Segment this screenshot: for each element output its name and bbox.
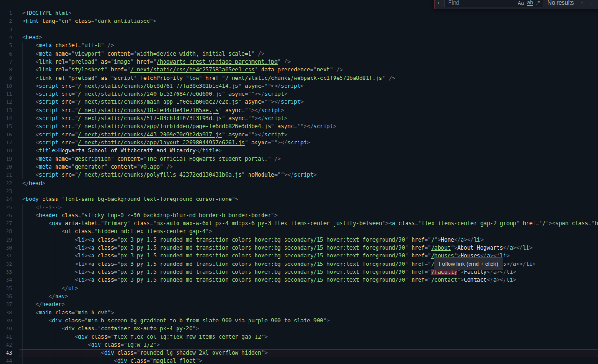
code-line[interactable]: 29<li><a class="px-3 py-1.5 rounded-md t…: [0, 236, 598, 244]
code-line-content[interactable]: <html lang="en" class="dark antialiased"…: [19, 17, 598, 25]
code-line[interactable]: 18<title>Hogwarts School of Witchcraft a…: [0, 147, 598, 155]
code-line-content[interactable]: <link rel="stylesheet" href="/_next/stat…: [19, 66, 598, 74]
code-line[interactable]: 39<div class="min-h-screen bg-gradient-t…: [0, 317, 598, 325]
code-line[interactable]: 38<main class="min-h-dvh">: [0, 309, 598, 317]
code-line[interactable]: 22</head>: [0, 179, 598, 187]
code-line[interactable]: 15<script src="/_next/static/chunks/app/…: [0, 122, 598, 130]
code-line-content[interactable]: <header class="sticky top-0 z-50 backdro…: [19, 212, 598, 220]
code-line[interactable]: 17<script src="/_next/static/chunks/app/…: [0, 139, 598, 147]
code-line-content[interactable]: <script src="/_next/static/chunks/app/fo…: [19, 122, 598, 130]
code-line[interactable]: 3: [0, 26, 598, 34]
code-line[interactable]: 41<div class="flex flex-col lg:flex-row …: [0, 333, 598, 341]
code-line[interactable]: 24<body class="font-sans bg-background t…: [0, 195, 598, 203]
code-line-content[interactable]: <li><a class="px-3 py-1.5 rounded-md tra…: [19, 268, 598, 276]
code-line-content[interactable]: <li><a class="px-3 py-1.5 rounded-md tra…: [19, 236, 598, 244]
code-line[interactable]: 33<li><a class="px-3 py-1.5 rounded-md t…: [0, 268, 598, 276]
code-line-content[interactable]: <script src="/_next/static/chunks/main-a…: [19, 98, 598, 106]
token-p: =": [78, 42, 85, 49]
code-line-content[interactable]: <meta charSet="utf-8" />: [19, 42, 598, 50]
code-line[interactable]: 7<link rel="preload" as="image" href="/h…: [0, 58, 598, 66]
code-line-content[interactable]: <meta name="viewport" content="width=dev…: [19, 50, 598, 58]
find-next-button[interactable]: ↓: [590, 0, 593, 6]
code-line-content[interactable]: <link rel="preload" as="image" href="/ho…: [19, 58, 598, 66]
code-line[interactable]: 21<script src="/_next/static/chunks/poly…: [0, 171, 598, 179]
code-line-content[interactable]: <script src="/_next/static/chunks/517-83…: [19, 114, 598, 122]
find-widget-sash[interactable]: [434, 0, 435, 9]
code-line[interactable]: 32<li><a class="px-3 py-1.5 rounded-md t…: [0, 260, 598, 268]
code-line-content[interactable]: [19, 26, 598, 34]
code-line[interactable]: 5<meta charSet="utf-8" />: [0, 42, 598, 50]
code-line-content[interactable]: <script src="/_next/static/chunks/18-fed…: [19, 107, 598, 114]
code-line-content[interactable]: <div class="magical-float">: [19, 357, 598, 364]
code-line-content[interactable]: <ul class="hidden md:flex items-center g…: [19, 228, 598, 236]
code-line-content[interactable]: <title>Hogwarts School of Witchcraft and…: [19, 147, 598, 155]
code-line[interactable]: 11<script src="/_next/static/chunks/240-…: [0, 90, 598, 98]
code-line-content[interactable]: [19, 187, 598, 195]
code-line-content[interactable]: <meta name="description" content="The of…: [19, 155, 598, 163]
code-line[interactable]: 35</ul>: [0, 285, 598, 293]
code-line-content[interactable]: </nav>: [19, 293, 598, 300]
code-line[interactable]: 26<header class="sticky top-0 z-50 backd…: [0, 212, 598, 220]
code-line[interactable]: 16<script src="/_next/static/chunks/443-…: [0, 131, 598, 139]
code-line-content[interactable]: <div class="min-h-screen bg-gradient-to-…: [19, 317, 598, 325]
find-previous-button[interactable]: ↑: [580, 0, 584, 6]
code-line[interactable]: 37</header>: [0, 300, 598, 308]
token-x: About Hogwarts: [457, 244, 503, 251]
code-line-content[interactable]: <div class="rounded-lg shadow-2xl overfl…: [19, 349, 598, 357]
code-line[interactable]: 23: [0, 187, 598, 195]
code-line[interactable]: 30<li><a class="px-3 py-1.5 rounded-md t…: [0, 244, 598, 252]
code-line-content[interactable]: <li><a class="px-3 py-1.5 rounded-md tra…: [19, 260, 598, 268]
code-line[interactable]: 44<div class="magical-float">: [0, 357, 598, 364]
code-line[interactable]: 6<meta name="viewport" content="width=de…: [0, 50, 598, 58]
code-line-content[interactable]: <head>: [19, 34, 598, 42]
match-case-button[interactable]: Aa: [518, 0, 524, 6]
code-line[interactable]: 34<li><a class="px-3 py-1.5 rounded-md t…: [0, 276, 598, 284]
code-line[interactable]: 13<script src="/_next/static/chunks/18-f…: [0, 107, 598, 114]
regex-button[interactable]: .*: [536, 0, 540, 6]
code-line-content[interactable]: <script src="/_next/static/chunks/polyfi…: [19, 171, 598, 179]
code-line-content[interactable]: <meta name="generator" content="v0.app" …: [19, 163, 598, 171]
code-line[interactable]: 42<div class="lg:w-1/2">: [0, 341, 598, 349]
whole-word-button[interactable]: ab: [527, 0, 533, 6]
code-line-content[interactable]: <li><a class="px-3 py-1.5 rounded-md tra…: [19, 276, 598, 284]
code-line-content[interactable]: <li><a class="px-3 py-1.5 rounded-md tra…: [19, 252, 598, 260]
code-line[interactable]: 31<li><a class="px-3 py-1.5 rounded-md t…: [0, 252, 598, 260]
code-line[interactable]: 8<link rel="stylesheet" href="/_next/sta…: [0, 66, 598, 74]
code-line-content[interactable]: </ul>: [19, 285, 598, 293]
code-line-content[interactable]: <!--$-->: [19, 204, 598, 212]
code-line[interactable]: 25<!--$-->: [0, 204, 598, 212]
code-line-content[interactable]: <div class="container mx-auto px-4 py-20…: [19, 325, 598, 333]
code-line[interactable]: 2<html lang="en" class="dark antialiased…: [0, 17, 598, 25]
code-line[interactable]: 20<meta name="generator" content="v0.app…: [0, 163, 598, 171]
editor-code-area[interactable]: 1<!DOCTYPE html>2<html lang="en" class="…: [0, 0, 598, 364]
code-line-content[interactable]: <link rel="preload" as="script" fetchPri…: [19, 74, 598, 82]
code-line-content[interactable]: <script src="/_next/static/chunks/240-bc…: [19, 90, 598, 98]
code-line-content[interactable]: </head>: [19, 179, 598, 187]
find-toggle-replace-chevron-icon[interactable]: ›: [437, 0, 443, 6]
code-line-content[interactable]: <script src="/_next/static/chunks/8bc8d7…: [19, 82, 598, 90]
code-line[interactable]: 28<ul class="hidden md:flex items-center…: [0, 228, 598, 236]
code-line-content[interactable]: <script src="/_next/static/chunks/443-20…: [19, 131, 598, 139]
code-line-content[interactable]: <nav aria-label="Primary" class="mx-auto…: [19, 220, 598, 228]
code-line-content[interactable]: <script src="/_next/static/chunks/app/la…: [19, 139, 598, 147]
code-line[interactable]: 14<script src="/_next/static/chunks/517-…: [0, 114, 598, 122]
code-line[interactable]: 10<script src="/_next/static/chunks/8bc8…: [0, 82, 598, 90]
token-p: ">: [192, 325, 199, 332]
code-line[interactable]: 19<meta name="description" content="The …: [0, 155, 598, 163]
code-line[interactable]: 12<script src="/_next/static/chunks/main…: [0, 98, 598, 106]
code-line-content[interactable]: <div class="lg:w-1/2">: [19, 341, 598, 349]
code-line-content[interactable]: <li><a class="px-3 py-1.5 rounded-md tra…: [19, 244, 598, 252]
code-line-content[interactable]: <body class="font-sans bg-background tex…: [19, 195, 598, 203]
code-line-content[interactable]: </header>: [19, 300, 598, 308]
code-line-content[interactable]: <div class="flex flex-col lg:flex-row it…: [19, 333, 598, 341]
code-line[interactable]: 40<div class="container mx-auto px-4 py-…: [0, 325, 598, 333]
code-line[interactable]: 1<!DOCTYPE html>: [0, 9, 598, 17]
code-line[interactable]: 27<nav aria-label="Primary" class="mx-au…: [0, 220, 598, 228]
code-line[interactable]: 9<link rel="preload" as="script" fetchPr…: [0, 74, 598, 82]
code-line[interactable]: 4<head>: [0, 34, 598, 42]
code-line-content[interactable]: <!DOCTYPE html>: [19, 9, 598, 17]
find-input[interactable]: Find Aa ab .*: [444, 0, 543, 7]
code-line[interactable]: 36</nav>: [0, 293, 598, 300]
code-line[interactable]: 43<div class="rounded-lg shadow-2xl over…: [0, 349, 598, 357]
code-line-content[interactable]: <main class="min-h-dvh">: [19, 309, 598, 317]
